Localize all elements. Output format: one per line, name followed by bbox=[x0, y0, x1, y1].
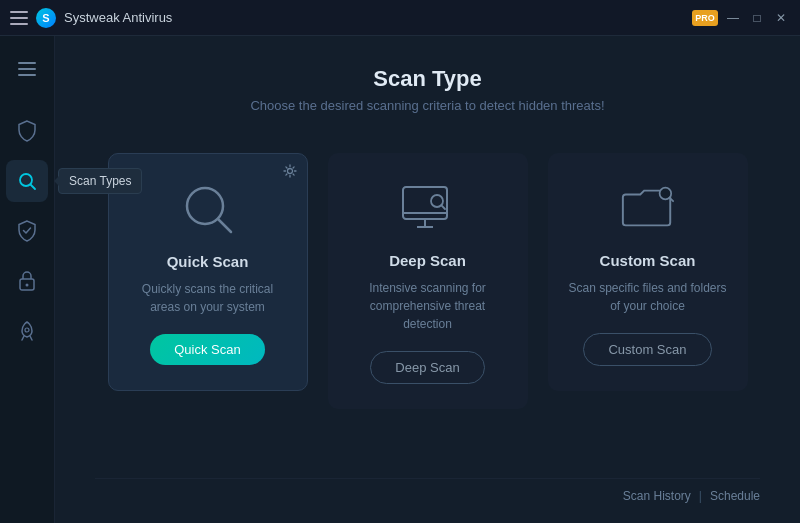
quick-scan-button[interactable]: Quick Scan bbox=[150, 334, 264, 365]
svg-line-16 bbox=[441, 205, 445, 209]
page-header: Scan Type Choose the desired scanning cr… bbox=[95, 66, 760, 113]
app-logo: S bbox=[36, 8, 56, 28]
deep-scan-desc: Intensive scanning for comprehensive thr… bbox=[348, 279, 508, 333]
svg-rect-2 bbox=[18, 74, 36, 76]
svg-point-6 bbox=[26, 284, 29, 287]
main-layout: Scan Types bbox=[0, 36, 800, 523]
minimize-button[interactable]: — bbox=[724, 9, 742, 27]
content-area: Scan Type Choose the desired scanning cr… bbox=[55, 36, 800, 523]
deep-scan-button[interactable]: Deep Scan bbox=[370, 351, 484, 384]
menu-icon bbox=[18, 62, 36, 76]
sidebar-item-scan[interactable]: Scan Types bbox=[6, 160, 48, 202]
custom-scan-card: Custom Scan Scan specific files and fold… bbox=[548, 153, 748, 391]
deep-scan-icon bbox=[398, 178, 458, 238]
scan-tooltip: Scan Types bbox=[58, 168, 142, 194]
scan-icon bbox=[17, 171, 37, 191]
title-bar: S Systweak Antivirus PRO — □ ✕ bbox=[0, 0, 800, 36]
quick-scan-icon bbox=[178, 179, 238, 239]
gear-icon[interactable] bbox=[283, 164, 297, 178]
sidebar-item-protection[interactable] bbox=[6, 110, 48, 152]
svg-line-4 bbox=[31, 185, 36, 190]
pro-badge: PRO bbox=[692, 10, 718, 26]
close-button[interactable]: ✕ bbox=[772, 9, 790, 27]
checkshield-icon bbox=[17, 220, 37, 242]
scan-history-link[interactable]: Scan History bbox=[623, 489, 691, 503]
svg-rect-11 bbox=[403, 187, 447, 219]
quick-scan-title: Quick Scan bbox=[167, 253, 249, 270]
sidebar: Scan Types bbox=[0, 36, 55, 523]
bottom-links: Scan History | Schedule bbox=[623, 489, 760, 503]
custom-scan-desc: Scan specific files and folders of your … bbox=[568, 279, 728, 315]
sidebar-item-realtime[interactable] bbox=[6, 210, 48, 252]
sidebar-item-menu[interactable] bbox=[6, 48, 48, 90]
title-bar-controls: PRO — □ ✕ bbox=[692, 9, 790, 27]
custom-scan-title: Custom Scan bbox=[600, 252, 696, 269]
page-subtitle: Choose the desired scanning criteria to … bbox=[95, 98, 760, 113]
deep-scan-title: Deep Scan bbox=[389, 252, 466, 269]
svg-line-10 bbox=[218, 219, 231, 232]
custom-scan-icon bbox=[618, 178, 678, 238]
title-bar-left: S Systweak Antivirus bbox=[10, 8, 172, 28]
app-title: Systweak Antivirus bbox=[64, 10, 172, 25]
custom-scan-button[interactable]: Custom Scan bbox=[583, 333, 711, 366]
separator: | bbox=[699, 489, 702, 503]
svg-point-8 bbox=[287, 169, 292, 174]
sidebar-item-boost[interactable] bbox=[6, 310, 48, 352]
deep-scan-card: Deep Scan Intensive scanning for compreh… bbox=[328, 153, 528, 409]
schedule-link[interactable]: Schedule bbox=[710, 489, 760, 503]
sidebar-item-tools[interactable] bbox=[6, 260, 48, 302]
hamburger-menu[interactable] bbox=[10, 11, 28, 25]
bottom-bar: Scan History | Schedule bbox=[95, 478, 760, 503]
svg-rect-1 bbox=[18, 68, 36, 70]
maximize-button[interactable]: □ bbox=[748, 9, 766, 27]
rocket-icon bbox=[18, 320, 36, 342]
page-title: Scan Type bbox=[95, 66, 760, 92]
lock-icon bbox=[18, 270, 36, 292]
svg-point-7 bbox=[25, 328, 29, 332]
svg-rect-0 bbox=[18, 62, 36, 64]
scan-cards: Quick Scan Quickly scans the critical ar… bbox=[95, 143, 760, 468]
quick-scan-desc: Quickly scans the critical areas on your… bbox=[129, 280, 287, 316]
shield-icon bbox=[17, 120, 37, 142]
